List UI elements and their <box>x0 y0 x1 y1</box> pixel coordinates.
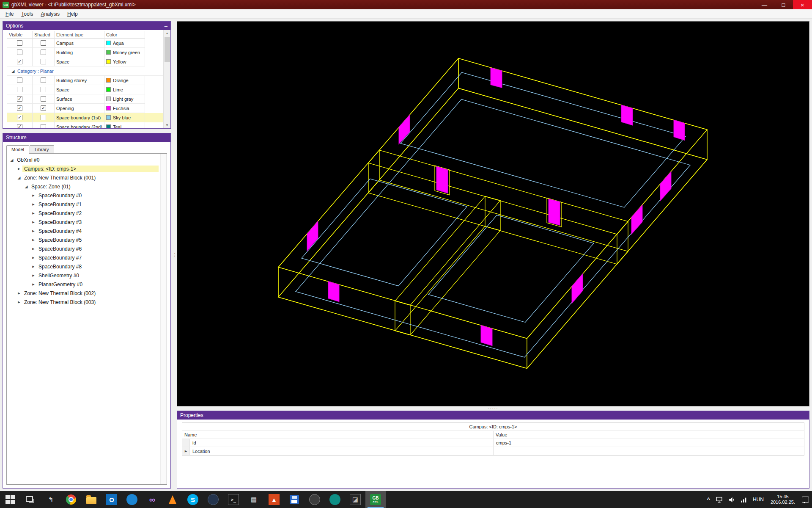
options-row-building-storey[interactable]: Building storeyOrange <box>7 76 163 85</box>
expander-icon[interactable]: ▶ <box>31 238 36 242</box>
visible-checkbox[interactable] <box>17 87 22 92</box>
tab-model[interactable]: Model <box>6 145 29 154</box>
shaded-checkbox[interactable] <box>41 115 46 120</box>
tree-item-planargeometry-0[interactable]: ▶PlanarGeometry #0 <box>7 280 160 289</box>
app-layers[interactable]: ▤ <box>244 491 264 508</box>
shaded-checkbox[interactable] <box>41 96 46 102</box>
viewport-properties-splitter[interactable] <box>177 406 809 411</box>
tree-item-spaceboundary-5[interactable]: ▶SpaceBoundary #5 <box>7 235 160 244</box>
tree-item-space-zone-01[interactable]: ◢Space: Zone (01) <box>7 182 160 191</box>
tray-display-icon[interactable] <box>713 491 725 508</box>
scroll-down-icon[interactable]: ▼ <box>164 122 170 128</box>
tree-item-spaceboundary-2[interactable]: ▶SpaceBoundary #2 <box>7 209 160 218</box>
app-teal-disc[interactable] <box>325 491 345 508</box>
task-view-button[interactable] <box>20 491 41 508</box>
app-photos[interactable]: ◪ <box>345 491 365 508</box>
options-row-space-boundary-2nd[interactable]: ✓Space boundary (2nd)Teal <box>7 122 163 128</box>
app-installer[interactable]: ▲ <box>264 491 284 508</box>
menu-item-file[interactable]: File <box>2 9 17 18</box>
tree-item-spaceboundary-0[interactable]: ▶SpaceBoundary #0 <box>7 191 160 200</box>
start-button[interactable] <box>0 491 20 508</box>
expander-icon[interactable]: ▶ <box>31 212 36 215</box>
app-file-explorer[interactable] <box>81 491 102 508</box>
expander-icon[interactable]: ◢ <box>9 158 14 162</box>
expander-icon[interactable]: ▶ <box>31 203 36 206</box>
options-row-surface[interactable]: ✓SurfaceLight gray <box>7 94 163 104</box>
visible-checkbox[interactable] <box>17 40 22 46</box>
expander-icon[interactable]: ▶ <box>31 256 36 260</box>
visible-checkbox[interactable]: ✓ <box>17 59 22 64</box>
expander-icon[interactable]: ▶ <box>16 167 22 171</box>
tab-library[interactable]: Library <box>30 145 54 153</box>
options-row-campus[interactable]: CampusAqua <box>7 39 163 48</box>
expander-icon[interactable]: ▶ <box>16 292 22 295</box>
tray-network-button[interactable] <box>738 491 750 508</box>
options-row-space[interactable]: SpaceLime <box>7 85 163 94</box>
expander-icon[interactable]: ▶ <box>31 274 36 277</box>
building-model-canvas[interactable] <box>177 22 809 406</box>
options-category-row[interactable]: ◢Category : Planar <box>7 66 163 76</box>
language-indicator[interactable]: HUN <box>750 491 767 508</box>
visible-checkbox[interactable] <box>17 50 22 55</box>
menu-item-help[interactable]: Help <box>63 9 82 18</box>
visible-checkbox[interactable]: ✓ <box>17 124 22 128</box>
notification-center-button[interactable] <box>799 491 812 508</box>
app-skype[interactable]: S <box>183 491 203 508</box>
options-row-opening[interactable]: ✓✓OpeningFuchsia <box>7 104 163 113</box>
expander-icon[interactable]: ▶ <box>16 301 22 304</box>
shaded-checkbox[interactable] <box>41 77 46 83</box>
expander-icon[interactable]: ▶ <box>31 247 36 251</box>
scrollbar-thumb[interactable] <box>165 37 170 62</box>
expander-icon[interactable]: ▶ <box>31 265 36 268</box>
tree-item-campus-id-cmps-1[interactable]: ▶Campus: <ID: cmps-1> <box>7 164 160 173</box>
app-chrome[interactable] <box>61 491 81 508</box>
app-media[interactable]: ↰ <box>41 491 61 508</box>
minimize-button[interactable]: — <box>755 0 774 9</box>
shaded-checkbox[interactable]: ✓ <box>41 105 46 111</box>
tree-item-zone-new-thermal-block-001[interactable]: ◢Zone: New Thermal Block (001) <box>7 173 160 182</box>
options-structure-splitter[interactable] <box>3 129 171 133</box>
visible-checkbox[interactable] <box>17 77 22 83</box>
app-outlook[interactable]: O <box>102 491 122 508</box>
app-steam[interactable] <box>203 491 223 508</box>
expander-icon[interactable]: ▶ <box>31 221 36 224</box>
visible-checkbox[interactable]: ✓ <box>17 96 22 102</box>
options-scrollbar[interactable]: ▲ ▼ <box>163 30 170 128</box>
expander-icon[interactable]: ◢ <box>16 176 22 180</box>
hidden-icons-button[interactable]: ^ <box>704 491 713 508</box>
shaded-checkbox[interactable] <box>41 87 46 92</box>
tree-item-zone-new-thermal-block-002[interactable]: ▶Zone: New Thermal Block (002) <box>7 289 160 298</box>
options-row-space[interactable]: ✓SpaceYellow <box>7 57 163 66</box>
expander-icon[interactable]: ▶ <box>31 194 36 197</box>
shaded-checkbox[interactable] <box>41 40 46 46</box>
taskbar-clock[interactable]: 15:45 2016.02.25. <box>767 491 799 508</box>
close-button[interactable]: × <box>793 0 812 9</box>
expander-icon[interactable]: ◢ <box>11 69 16 73</box>
app-vlc[interactable] <box>162 491 183 508</box>
tree-item-spaceboundary-1[interactable]: ▶SpaceBoundary #1 <box>7 200 160 209</box>
shaded-checkbox[interactable] <box>41 124 46 128</box>
expander-icon[interactable]: ▶ <box>182 447 190 455</box>
property-row-location[interactable]: ▶Location <box>182 447 804 455</box>
options-collapse-button[interactable]: – <box>165 23 167 29</box>
tree-item-spaceboundary-8[interactable]: ▶SpaceBoundary #8 <box>7 262 160 271</box>
left-right-splitter[interactable] <box>173 19 177 491</box>
tray-volume-button[interactable] <box>725 491 738 508</box>
app-save-tool[interactable] <box>284 491 304 508</box>
expander-icon[interactable]: ◢ <box>24 185 29 189</box>
menu-item-analysis[interactable]: Analysis <box>37 9 63 18</box>
tree-item-zone-new-thermal-block-003[interactable]: ▶Zone: New Thermal Block (003) <box>7 298 160 306</box>
visible-checkbox[interactable]: ✓ <box>17 105 22 111</box>
menu-item-tools[interactable]: Tools <box>17 9 37 18</box>
tree-item-spaceboundary-7[interactable]: ▶SpaceBoundary #7 <box>7 253 160 262</box>
tree-item-spaceboundary-6[interactable]: ▶SpaceBoundary #6 <box>7 244 160 253</box>
visible-checkbox[interactable]: ✓ <box>17 115 22 120</box>
shaded-checkbox[interactable] <box>41 59 46 64</box>
structure-tree-scrollbar[interactable] <box>160 154 167 484</box>
app-browser[interactable] <box>122 491 142 508</box>
tree-item-shellgeometry-0[interactable]: ▶ShellGeometry #0 <box>7 271 160 280</box>
tree-item-spaceboundary-4[interactable]: ▶SpaceBoundary #4 <box>7 226 160 235</box>
expander-icon[interactable]: ▶ <box>31 283 36 286</box>
property-row-id[interactable]: idcmps-1 <box>182 439 804 447</box>
app-visual-studio[interactable]: ∞ <box>142 491 162 508</box>
